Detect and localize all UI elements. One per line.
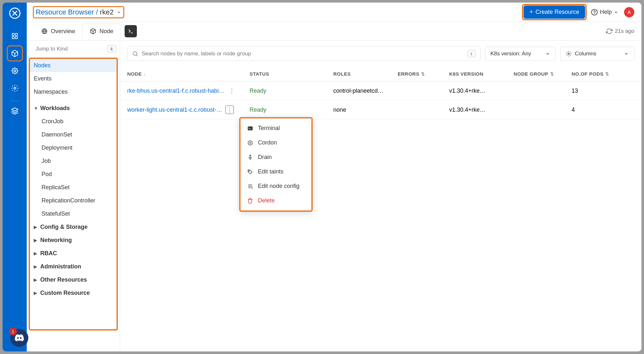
list-icon [247, 183, 253, 189]
svg-point-13 [568, 53, 570, 54]
tab-overview[interactable]: Overview [34, 23, 82, 39]
sidebar-group-administration[interactable]: ▶Administration [29, 260, 117, 273]
table-row: rke-bhus.us-central1-f.c.robust-habi… ⋮ … [120, 81, 641, 100]
cell-roles: none [333, 107, 398, 113]
svg-rect-3 [12, 37, 14, 39]
ctx-cordon[interactable]: Cordon [241, 135, 311, 150]
sidebar-item-nodes[interactable]: Nodes [29, 59, 117, 72]
svg-point-6 [14, 70, 16, 72]
nav-layers[interactable] [7, 104, 22, 118]
sidebar-item-replicationcontroller[interactable]: ReplicationController [29, 194, 117, 207]
tag-icon [247, 169, 253, 175]
cell-roles: control-planeetcd… [333, 88, 398, 94]
row-actions-button[interactable]: ⋮ [225, 106, 234, 114]
nav-resource-browser[interactable] [7, 46, 22, 61]
pause-icon [247, 140, 253, 146]
th-status: STATUS [250, 71, 333, 77]
help-menu[interactable]: Help [591, 9, 618, 16]
breadcrumb-root[interactable]: Resource Browser [36, 8, 94, 16]
svg-rect-1 [12, 33, 14, 35]
th-k8s: K8S VERSION [449, 71, 514, 77]
svg-rect-2 [15, 33, 17, 35]
breadcrumb-current: rke2 [100, 8, 114, 16]
tabs-bar: Overview Node 21s ago [27, 22, 641, 41]
svg-point-7 [14, 87, 16, 89]
ctx-terminal[interactable]: Terminal [241, 121, 311, 135]
ctx-edit-config[interactable]: Edit node config [241, 179, 311, 193]
sidebar-group-other-resources[interactable]: ▶Other Resources [29, 273, 117, 286]
sidebar-group-networking[interactable]: ▶Networking [29, 234, 117, 247]
sort-icon: ⇅ [550, 71, 554, 76]
status-badge: Ready [250, 107, 333, 113]
sidebar-item-events[interactable]: Events [29, 72, 117, 85]
th-roles: ROLES [333, 71, 398, 77]
svg-point-12 [133, 51, 137, 55]
cell-k8s: v1.30.4+rke… [449, 107, 514, 113]
create-resource-button[interactable]: + Create Resource [524, 5, 585, 19]
svg-point-5 [12, 68, 17, 73]
th-pods[interactable]: NO.OF PODS⇅ [572, 71, 623, 77]
node-link[interactable]: rke-bhus.us-central1-f.c.robust-habi… [127, 88, 224, 94]
tab-node[interactable]: Node [82, 23, 121, 40]
sidebar-item-namespaces[interactable]: Namespaces [29, 85, 117, 98]
chevron-down-icon [624, 51, 629, 56]
chevron-down-icon[interactable] [116, 10, 121, 15]
discord-badge: 1 [9, 328, 17, 335]
columns-dropdown[interactable]: Columns [560, 47, 634, 61]
plus-icon: + [529, 9, 533, 15]
th-group[interactable]: NODE GROUP⇅ [514, 71, 572, 77]
discord-widget[interactable]: 1 [10, 329, 28, 347]
th-node[interactable]: NODE↓ [127, 71, 250, 77]
nav-settings-wheel[interactable] [7, 63, 22, 78]
sidebar-item-deployment[interactable]: Deployment [29, 141, 117, 154]
svg-rect-14 [248, 126, 253, 130]
svg-point-9 [594, 14, 595, 14]
sidebar-item-daemonset[interactable]: DaemonSet [29, 128, 117, 141]
left-nav [3, 3, 27, 351]
table-row: worker-light.us-central1-c.c.robust-… ⋮ … [120, 100, 641, 119]
sidebar-item-cronjob[interactable]: CronJob [29, 115, 117, 128]
arrow-down-icon: ↓ [144, 71, 146, 76]
jump-input[interactable] [36, 46, 104, 52]
ctx-delete[interactable]: Delete [241, 193, 311, 208]
row-actions-button[interactable]: ⋮ [228, 87, 236, 95]
search-input[interactable] [142, 51, 464, 57]
breadcrumb: Resource Browser / rke2 [34, 7, 123, 17]
tab-terminal[interactable] [125, 25, 137, 37]
nav-dashboard[interactable] [7, 29, 22, 43]
sidebar-item-statefulset[interactable]: StatefulSet [29, 207, 117, 220]
globe-icon [41, 28, 48, 34]
cell-pods: 4 [572, 107, 623, 113]
cube-icon [90, 28, 96, 34]
search-icon [132, 51, 138, 57]
avatar[interactable]: A [624, 7, 634, 17]
trash-icon [247, 198, 253, 204]
svg-point-16 [249, 170, 249, 171]
svg-rect-4 [15, 37, 17, 39]
sidebar-group-rbac[interactable]: ▶RBAC [29, 247, 117, 260]
nav-gear[interactable] [7, 81, 22, 96]
cell-k8s: v1.30.4+rke… [449, 88, 514, 94]
terminal-icon [247, 126, 253, 131]
nodes-table: NODE↓ STATUS ROLES ERRORS⇅ K8S VERSION N… [120, 67, 641, 351]
search-nodes: r [127, 46, 480, 61]
sidebar-item-job[interactable]: Job [29, 154, 117, 168]
k8s-version-filter[interactable]: K8s version: Any [485, 47, 556, 61]
cell-pods: 13 [572, 88, 623, 94]
sidebar-group-config-storage[interactable]: ▶Config & Storage [29, 220, 117, 234]
ctx-edit-taints[interactable]: Edit taints [241, 164, 311, 179]
th-errors[interactable]: ERRORS⇅ [398, 71, 449, 77]
refresh-button[interactable]: 21s ago [599, 28, 642, 34]
drain-icon [247, 154, 253, 160]
sidebar-item-pod[interactable]: Pod [29, 168, 117, 181]
sort-icon: ⇅ [421, 71, 425, 76]
topbar: Resource Browser / rke2 + Create Resourc… [27, 3, 641, 22]
sidebar-group-custom-resource[interactable]: ▶Custom Resource [29, 286, 117, 300]
node-link[interactable]: worker-light.us-central1-c.c.robust-… [127, 107, 222, 113]
sidebar-group-workloads[interactable]: ▼Workloads [29, 102, 117, 115]
gear-icon [566, 51, 572, 57]
sidebar-item-replicaset[interactable]: ReplicaSet [29, 181, 117, 194]
ctx-drain[interactable]: Drain [241, 150, 311, 164]
search-kbd: r [468, 50, 476, 57]
chevron-down-icon [545, 51, 550, 56]
